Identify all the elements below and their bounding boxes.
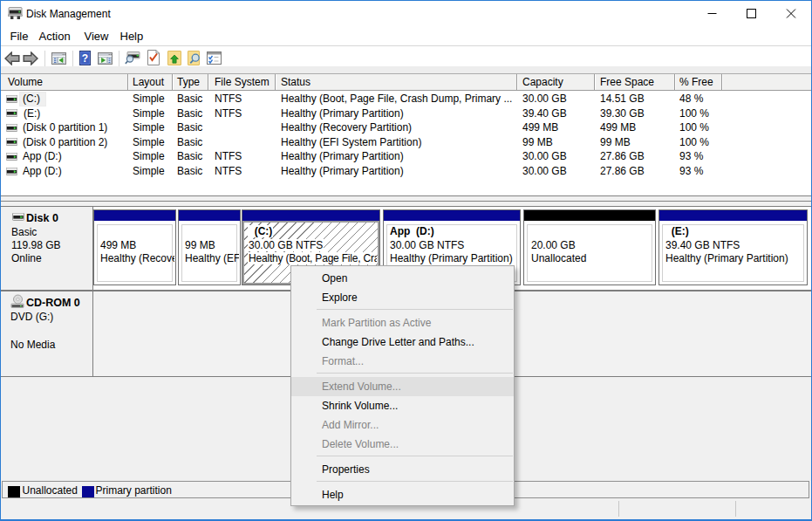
svg-text:?: ? xyxy=(82,52,88,65)
